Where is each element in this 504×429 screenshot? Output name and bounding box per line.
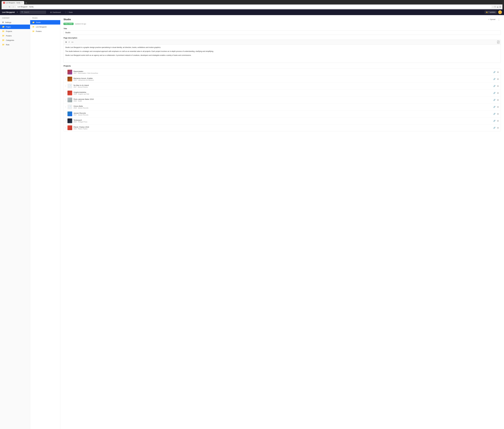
project-info-marianne: Marianne Hurum. Krabbe 2019 · Lillehamme… xyxy=(73,77,492,81)
page-title: Studio xyxy=(63,18,71,21)
link-button-marianne[interactable]: 🔗 xyxy=(493,78,496,80)
forward-button[interactable]: › xyxy=(6,6,7,8)
drag-handle-noman[interactable]: ≡ xyxy=(65,85,66,87)
delete-button-tenkesport[interactable]: 🗑 xyxy=(497,119,499,122)
sidebar-item-role[interactable]: 📁 Role xyxy=(0,42,30,47)
project-item-arets: ≡ Årets vakreste Bøker 2016 2016 · Grafi… xyxy=(64,97,501,103)
delete-button-piknik[interactable]: 🗑 xyxy=(497,126,499,129)
desk-link[interactable]: ⋮⋮ Desk xyxy=(63,10,74,14)
drag-handle-orions[interactable]: ≡ xyxy=(65,106,66,108)
sidebar-item-settings[interactable]: ⚙ Settings xyxy=(0,20,30,25)
pages-item-posters[interactable]: 📁 Posters xyxy=(30,29,60,34)
updates-button[interactable]: 🔔 7 updates xyxy=(485,11,497,14)
detail-panel: Studio ✓ Synced ⋮ PUBLISHED Updated 3d a… xyxy=(60,15,504,429)
link-button-tenkesport[interactable]: 🔗 xyxy=(493,119,496,122)
projects-section: Projects ≡ Røverstaden 2017 · Røverstade… xyxy=(63,65,501,131)
address-bar[interactable]: Levi Bergqvist – Sanity xyxy=(16,5,492,9)
link-button-piknik[interactable]: 🔗 xyxy=(493,126,496,129)
app: Levi Bergqvist + 🔍 ⊞ Dashboard ⋮⋮ Desk 🔔… xyxy=(0,9,504,429)
new-tab-button[interactable]: + xyxy=(25,2,28,4)
settings-icon: ⚙ xyxy=(2,21,4,24)
sidebar-item-projects[interactable]: 📁 Projects xyxy=(0,29,30,34)
drag-handle-ungdom[interactable]: ≡ xyxy=(65,92,66,94)
delete-button-arets[interactable]: 🗑 xyxy=(497,98,499,101)
link-button-arets[interactable]: 🔗 xyxy=(493,98,496,101)
project-item-orions: ≡ 📄 Orions Belte 2018 · Jansen Records 🔗… xyxy=(64,103,501,110)
sidebar-item-posters[interactable]: 📁 Posters xyxy=(0,34,30,38)
title-input[interactable] xyxy=(63,30,501,35)
browser-chrome: S Levi Bergqvist – Sanity ✕ + ‹ › ↻ ☆ Le… xyxy=(0,0,504,9)
delete-button-ungdom[interactable]: 🗑 xyxy=(497,92,499,94)
sidebar-heading: Content xyxy=(0,17,30,20)
delete-button-orions[interactable]: 🗑 xyxy=(497,106,499,108)
search-input[interactable] xyxy=(24,11,44,13)
synced-badge: ✓ Synced xyxy=(488,18,495,20)
delete-button-roverstaden[interactable]: 🗑 xyxy=(497,71,499,73)
tab-favicon: S xyxy=(3,2,5,4)
active-tab[interactable]: S Levi Bergqvist – Sanity ✕ xyxy=(1,1,24,4)
project-actions-tenkesport: 🔗 🗑 xyxy=(493,119,499,122)
drag-handle-piknik[interactable]: ≡ xyxy=(65,127,66,129)
top-nav: Levi Bergqvist + 🔍 ⊞ Dashboard ⋮⋮ Desk 🔔… xyxy=(0,9,504,15)
search-icon: 🔍 xyxy=(21,11,23,13)
project-item-jansen: ≡ Jansen Records 2017 · Jansen Records 🔗… xyxy=(64,110,501,117)
link-button-ungdom[interactable]: 🔗 xyxy=(493,92,496,94)
main-content: Content ⚙ Settings 📁 Pages 📁 Projects 📁 … xyxy=(0,15,504,429)
project-name-tenkesport: Tenkesport xyxy=(73,119,492,121)
shield-icon: 🛡 xyxy=(494,6,496,8)
project-sub-noman: 2017 · Anicca Pictures xyxy=(73,86,492,88)
delete-button-noman[interactable]: 🗑 xyxy=(497,85,499,87)
expand-button[interactable]: ⤢ xyxy=(497,41,499,44)
link-button-roverstaden[interactable]: 🔗 xyxy=(493,71,496,73)
drag-handle-roverstaden[interactable]: ≡ xyxy=(65,71,66,73)
more-options-button[interactable]: ⋮ xyxy=(497,18,501,21)
sidebar: Content ⚙ Settings 📁 Pages 📁 Projects 📁 … xyxy=(0,15,30,429)
role-folder-icon: 📁 xyxy=(2,44,5,46)
pages-item-levi-label: Levi Bergqvist xyxy=(36,26,47,28)
sidebar-item-settings-label: Settings xyxy=(5,21,11,23)
drag-handle-jansen[interactable]: ≡ xyxy=(65,113,66,115)
delete-button-marianne[interactable]: 🗑 xyxy=(497,78,499,80)
project-info-tenkesport: Tenkesport 2016 · Forlaget Press xyxy=(73,119,492,123)
project-sub-arets: 2016 · Grafill xyxy=(73,100,492,102)
delete-button-jansen[interactable]: 🗑 xyxy=(497,113,499,115)
desc-para-3: Studio Levi Bergqvist works both as an a… xyxy=(65,54,499,57)
thumb-ungdom xyxy=(67,91,72,95)
add-workspace-button[interactable]: + xyxy=(16,11,18,14)
project-item-roverstaden: ≡ Røverstaden 2017 · Røverstaden / Oslo … xyxy=(64,69,501,76)
code-button[interactable]: <> xyxy=(71,41,74,43)
drag-handle-marianne[interactable]: ≡ xyxy=(65,78,66,80)
italic-button[interactable]: I xyxy=(68,41,70,43)
drag-handle-tenkesport[interactable]: ≡ xyxy=(65,120,66,122)
thumb-arets xyxy=(67,98,72,102)
project-name-roverstaden: Røverstaden xyxy=(73,70,492,72)
reload-button[interactable]: ↻ xyxy=(8,6,11,8)
bold-button[interactable]: B xyxy=(65,41,67,43)
description-text-area[interactable]: Studio Levi Bergqvist is a graphic desig… xyxy=(63,45,501,63)
link-button-orions[interactable]: 🔗 xyxy=(493,106,496,108)
drag-handle-arets[interactable]: ≡ xyxy=(65,99,66,101)
project-item-tenkesport: ≡ Tenkesport 2016 · Forlaget Press 🔗 🗑 xyxy=(64,117,501,124)
pages-panel: Pages 📁 Studio 📁 Levi Bergqvist 📁 Poster… xyxy=(30,15,60,429)
detail-actions: ✓ Synced ⋮ xyxy=(488,18,501,21)
link-button-jansen[interactable]: 🔗 xyxy=(493,113,496,115)
project-info-piknik: Piknik i Parken 2016 2016 · Piknik i Par… xyxy=(73,126,492,130)
sidebar-item-categories[interactable]: 📁 Categories xyxy=(0,38,30,42)
tab-close-button[interactable]: ✕ xyxy=(21,2,23,4)
link-button-noman[interactable]: 🔗 xyxy=(493,85,496,87)
dashboard-link[interactable]: ⊞ Dashboard xyxy=(49,10,62,14)
updated-text: Updated 3d ago xyxy=(75,23,86,25)
pages-item-studio[interactable]: 📁 Studio xyxy=(30,20,60,25)
thumb-noman: 📄 xyxy=(67,84,72,88)
back-button[interactable]: ‹ xyxy=(3,6,5,8)
project-actions-orions: 🔗 🗑 xyxy=(493,106,499,108)
project-item-piknik: ≡ Piknik i Parken 2016 2016 · Piknik i P… xyxy=(64,124,501,131)
desk-label: Desk xyxy=(69,11,73,13)
user-avatar[interactable] xyxy=(498,10,502,14)
project-item-ungdom: ≡ Ungdomsledelse 2018 · Ungdom og Fritid… xyxy=(64,89,501,97)
sidebar-item-pages[interactable]: 📁 Pages xyxy=(0,25,30,29)
pages-item-levi[interactable]: 📁 Levi Bergqvist xyxy=(30,25,60,29)
project-list: ≡ Røverstaden 2017 · Røverstaden / Oslo … xyxy=(63,69,501,131)
project-name-arets: Årets vakreste Bøker 2016 xyxy=(73,98,492,100)
bookmark-button[interactable]: ☆ xyxy=(12,6,15,8)
